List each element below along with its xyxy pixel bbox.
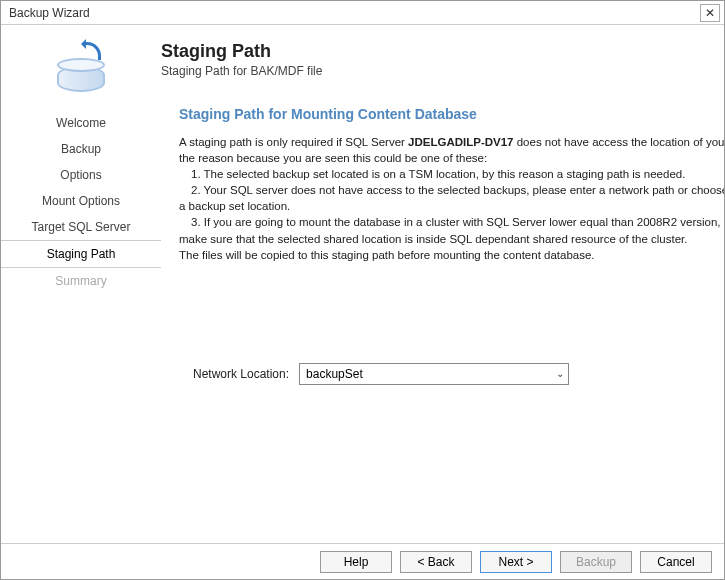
backup-button: Backup bbox=[560, 551, 632, 573]
description-text: A staging path is only required if SQL S… bbox=[179, 134, 714, 263]
desc-line3: The files will be copied to this staging… bbox=[179, 247, 714, 263]
network-location-row: Network Location: backupSet ⌄ bbox=[193, 363, 714, 385]
chevron-down-icon: ⌄ bbox=[556, 368, 564, 379]
close-button[interactable]: ✕ bbox=[700, 4, 720, 22]
network-location-label: Network Location: bbox=[193, 367, 289, 381]
step-target-sql-server[interactable]: Target SQL Server bbox=[1, 214, 161, 240]
step-mount-options[interactable]: Mount Options bbox=[1, 188, 161, 214]
page-subtitle: Staging Path for BAK/MDF file bbox=[161, 64, 714, 78]
step-list: Welcome Backup Options Mount Options Tar… bbox=[1, 110, 161, 294]
desc-line1a: A staging path is only required if SQL S… bbox=[179, 136, 408, 148]
desc-bullet2b: a backup set location. bbox=[179, 198, 714, 214]
network-location-value: backupSet bbox=[306, 367, 363, 381]
desc-bullet2: 2. Your SQL server does not have access … bbox=[191, 182, 714, 198]
button-bar: Help < Back Next > Backup Cancel bbox=[1, 543, 724, 579]
titlebar: Backup Wizard ✕ bbox=[1, 1, 724, 25]
step-welcome[interactable]: Welcome bbox=[1, 110, 161, 136]
step-options[interactable]: Options bbox=[1, 162, 161, 188]
next-button[interactable]: Next > bbox=[480, 551, 552, 573]
back-button[interactable]: < Back bbox=[400, 551, 472, 573]
page-title: Staging Path bbox=[161, 41, 714, 62]
desc-bullet1: 1. The selected backup set located is on… bbox=[191, 166, 714, 182]
network-location-select[interactable]: backupSet ⌄ bbox=[299, 363, 569, 385]
content: Welcome Backup Options Mount Options Tar… bbox=[1, 25, 724, 543]
help-button[interactable]: Help bbox=[320, 551, 392, 573]
desc-bullet3: 3. If you are going to mount the databas… bbox=[191, 214, 714, 230]
step-backup[interactable]: Backup bbox=[1, 136, 161, 162]
desc-line1b: does not have access the location of you… bbox=[514, 136, 725, 148]
section-title: Staging Path for Mounting Content Databa… bbox=[179, 106, 714, 122]
window-title: Backup Wizard bbox=[9, 6, 90, 20]
sidebar: Welcome Backup Options Mount Options Tar… bbox=[1, 25, 161, 543]
step-staging-path[interactable]: Staging Path bbox=[1, 240, 161, 268]
server-name: JDELGADILP-DV17 bbox=[408, 136, 513, 148]
desc-line2: the reason because you are seen this cou… bbox=[179, 150, 714, 166]
backup-wizard-icon bbox=[51, 37, 111, 92]
cancel-button[interactable]: Cancel bbox=[640, 551, 712, 573]
main-panel: Staging Path Staging Path for BAK/MDF fi… bbox=[161, 25, 724, 543]
desc-bullet3b: make sure that the selected shared locat… bbox=[179, 231, 714, 247]
step-summary[interactable]: Summary bbox=[1, 268, 161, 294]
close-icon: ✕ bbox=[705, 6, 715, 20]
